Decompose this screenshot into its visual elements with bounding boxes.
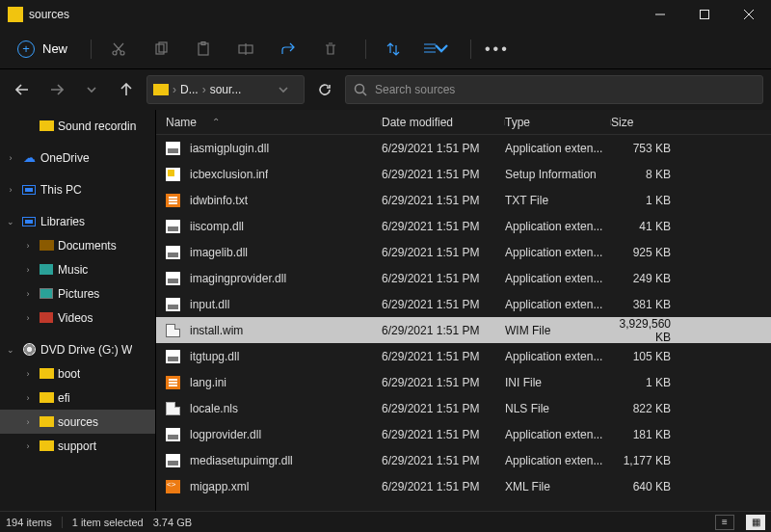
chevron-right-icon[interactable]: › — [4, 185, 17, 195]
tree-item-dvd-drive[interactable]: ⌄DVD Drive (G:) W — [0, 337, 155, 361]
chevron-right-icon[interactable]: › — [21, 241, 35, 251]
file-row[interactable]: migapp.xml6/29/2021 1:51 PMXML File640 K… — [156, 473, 771, 499]
tree-item-libraries[interactable]: ⌄Libraries — [0, 209, 155, 233]
close-button[interactable] — [727, 0, 771, 29]
file-row[interactable]: imagelib.dll6/29/2021 1:51 PMApplication… — [156, 239, 771, 265]
file-name: icbexclusion.inf — [190, 168, 268, 181]
title-bar[interactable]: sources — [0, 0, 771, 29]
folder-icon — [40, 120, 54, 131]
breadcrumb-part[interactable]: sour... — [210, 83, 242, 96]
column-date[interactable]: Date modified — [382, 116, 505, 129]
tree-item-videos[interactable]: ›Videos — [0, 306, 155, 330]
file-row[interactable]: iiscomp.dll6/29/2021 1:51 PMApplication … — [156, 213, 771, 239]
chevron-right-icon[interactable]: › — [21, 265, 35, 275]
chevron-right-icon[interactable]: › — [21, 393, 35, 403]
column-headers[interactable]: Name⌃ Date modified Type Size — [156, 110, 771, 135]
forward-button[interactable] — [42, 75, 71, 104]
refresh-button[interactable] — [310, 75, 339, 104]
chevron-right-icon[interactable]: › — [21, 289, 35, 299]
folder-icon — [40, 416, 54, 427]
file-icon — [166, 298, 180, 311]
tree-item-boot[interactable]: ›boot — [0, 361, 155, 386]
file-row[interactable]: icbexclusion.inf6/29/2021 1:51 PMSetup I… — [156, 161, 771, 187]
file-type: XML File — [505, 480, 611, 493]
up-button[interactable] — [112, 75, 141, 104]
chevron-down-icon[interactable]: ⌄ — [4, 345, 17, 355]
thumbnails-view-button[interactable]: ▦ — [746, 515, 765, 530]
tree-item-support[interactable]: ›support — [0, 434, 155, 458]
folder-icon — [40, 368, 54, 379]
file-row[interactable]: mediasetupuimgr.dll6/29/2021 1:51 PMAppl… — [156, 447, 771, 473]
recent-locations-button[interactable] — [77, 75, 106, 104]
file-row[interactable]: logprovider.dll6/29/2021 1:51 PMApplicat… — [156, 421, 771, 447]
folder-icon — [153, 84, 169, 95]
chevron-down-icon[interactable] — [269, 75, 298, 104]
search-input[interactable] — [375, 83, 755, 96]
chevron-down-icon[interactable]: ⌄ — [4, 217, 17, 226]
search-box[interactable] — [345, 75, 763, 104]
file-icon — [166, 350, 180, 363]
column-size[interactable]: Size — [611, 116, 688, 129]
file-size: 105 KB — [611, 350, 688, 363]
file-row[interactable]: locale.nls6/29/2021 1:51 PMNLS File822 K… — [156, 395, 771, 421]
cut-button[interactable] — [97, 30, 140, 68]
file-row[interactable]: imagingprovider.dll6/29/2021 1:51 PMAppl… — [156, 265, 771, 291]
file-row[interactable]: idwbinfo.txt6/29/2021 1:51 PMTXT File1 K… — [156, 187, 771, 213]
minimize-button[interactable] — [638, 0, 682, 29]
rename-button[interactable] — [225, 30, 267, 68]
details-view-button[interactable]: ≡ — [715, 515, 734, 530]
sort-button[interactable] — [372, 30, 414, 68]
file-rows[interactable]: iasmigplugin.dll6/29/2021 1:51 PMApplica… — [156, 135, 771, 511]
more-button[interactable]: ••• — [477, 40, 518, 58]
status-divider — [62, 517, 63, 528]
chevron-right-icon[interactable]: › — [21, 313, 35, 323]
column-name[interactable]: Name⌃ — [166, 116, 382, 129]
tree-item-onedrive[interactable]: ›☁OneDrive — [0, 146, 155, 170]
svg-point-8 — [356, 85, 364, 93]
file-icon — [166, 168, 180, 181]
tree-item-music[interactable]: ›Music — [0, 257, 155, 281]
file-row[interactable]: iasmigplugin.dll6/29/2021 1:51 PMApplica… — [156, 135, 771, 161]
share-button[interactable] — [267, 30, 309, 68]
maximize-button[interactable] — [682, 0, 727, 29]
file-type: Application exten... — [505, 350, 611, 363]
file-row[interactable]: input.dll6/29/2021 1:51 PMApplication ex… — [156, 291, 771, 317]
file-icon — [166, 220, 180, 233]
tree-item-sound-recording[interactable]: Sound recordin — [0, 114, 155, 138]
chevron-right-icon[interactable]: › — [4, 153, 17, 163]
tree-item-this-pc[interactable]: ›This PC — [0, 177, 155, 201]
file-name: iasmigplugin.dll — [190, 142, 269, 155]
view-button[interactable] — [414, 30, 457, 68]
file-row[interactable]: itgtupg.dll6/29/2021 1:51 PMApplication … — [156, 343, 771, 369]
chevron-right-icon[interactable]: › — [21, 369, 35, 379]
chevron-right-icon[interactable]: › — [21, 417, 35, 427]
tree-item-pictures[interactable]: ›Pictures — [0, 281, 155, 306]
delete-button[interactable] — [309, 30, 352, 68]
svg-rect-0 — [701, 11, 709, 19]
file-row[interactable]: install.wim6/29/2021 1:51 PMWIM File3,92… — [156, 317, 771, 343]
file-date: 6/29/2021 1:51 PM — [382, 402, 505, 415]
chevron-right-icon[interactable]: › — [21, 441, 35, 451]
folder-icon — [40, 392, 54, 403]
tree-item-sources[interactable]: ›sources — [0, 410, 155, 434]
videos-icon — [40, 312, 53, 323]
cloud-icon: ☁ — [21, 151, 37, 165]
chevron-right-icon: › — [173, 83, 176, 96]
toolbar-divider-3 — [470, 40, 471, 59]
paste-button[interactable] — [182, 30, 225, 68]
file-icon — [166, 246, 180, 259]
new-button-label: New — [42, 41, 67, 56]
file-row[interactable]: lang.ini6/29/2021 1:51 PMINI File1 KB — [156, 369, 771, 395]
address-bar[interactable]: › D... › sour... — [146, 75, 305, 104]
tree-item-documents[interactable]: ›Documents — [0, 233, 155, 257]
column-type[interactable]: Type — [505, 116, 611, 129]
new-button[interactable]: + New — [8, 37, 77, 62]
file-icon — [166, 272, 180, 285]
back-button[interactable] — [8, 75, 37, 104]
file-icon — [166, 324, 180, 337]
copy-button[interactable] — [140, 30, 182, 68]
breadcrumb-part[interactable]: D... — [180, 83, 199, 96]
navigation-pane[interactable]: Sound recordin ›☁OneDrive ›This PC ⌄Libr… — [0, 110, 155, 511]
tree-item-efi[interactable]: ›efi — [0, 386, 155, 410]
breadcrumb[interactable]: D... › sour... — [180, 83, 241, 96]
